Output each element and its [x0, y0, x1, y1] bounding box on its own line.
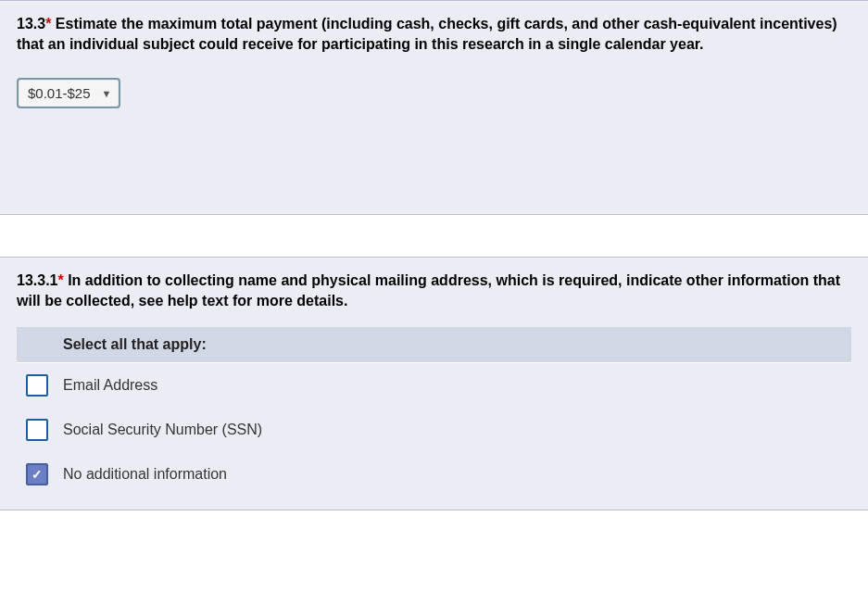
question-13-3-section: 13.3* Estimate the maximum total payment… [0, 0, 868, 215]
checkbox-label: Social Security Number (SSN) [63, 422, 262, 438]
question-text: In addition to collecting name and physi… [17, 272, 840, 309]
checklist-header: Select all that apply: [17, 327, 851, 363]
page-root: 13.3* Estimate the maximum total payment… [0, 0, 868, 510]
section-spacer [0, 215, 868, 257]
question-number: 13.3.1 [17, 272, 57, 288]
checkbox-label: Email Address [63, 377, 157, 394]
question-number: 13.3 [17, 16, 45, 31]
question-13-3-1-section: 13.3.1* In addition to collecting name a… [0, 257, 868, 510]
question-13-3-1-prompt: 13.3.1* In addition to collecting name a… [17, 271, 851, 310]
payment-range-dropdown[interactable]: $0.01-$25 ▼ [17, 78, 120, 108]
checkbox-email-address[interactable] [26, 374, 48, 397]
question-13-3-prompt: 13.3* Estimate the maximum total payment… [17, 14, 851, 54]
checkbox-label: No additional information [63, 466, 227, 483]
checklist-row: Email Address [17, 363, 851, 408]
checkbox-no-additional-info[interactable]: ✓ [26, 463, 48, 485]
checkbox-ssn[interactable] [26, 419, 48, 441]
dropdown-container: $0.01-$25 ▼ [17, 78, 851, 108]
dropdown-selected-value: $0.01-$25 [28, 85, 91, 101]
question-text: Estimate the maximum total payment (incl… [17, 16, 837, 52]
checklist: Select all that apply: Email Address Soc… [17, 327, 851, 497]
chevron-down-icon: ▼ [102, 88, 112, 99]
checklist-row: ✓ No additional information [17, 452, 851, 497]
checklist-row: Social Security Number (SSN) [17, 408, 851, 452]
